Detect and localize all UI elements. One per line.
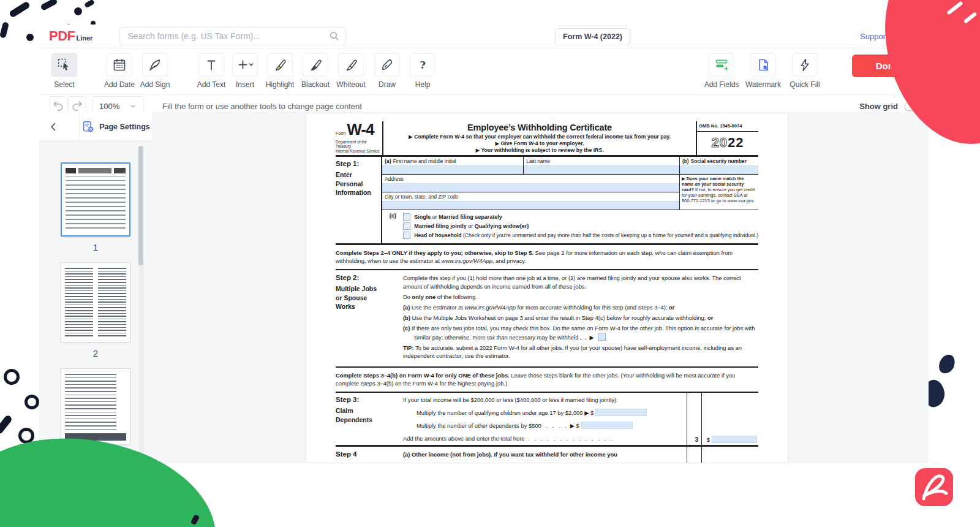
logo-pdf-text: PDF [49, 29, 75, 43]
form-code: W-4 [347, 120, 374, 138]
address-cell: Address [382, 175, 679, 192]
chevron-down-icon [129, 102, 137, 110]
year-outline: 20 [712, 135, 728, 150]
thumb-content [65, 268, 93, 337]
dept-line: Internal Revenue Service [336, 149, 382, 154]
draw-pen-icon [374, 53, 400, 77]
last-name-cell: Last name [524, 157, 680, 174]
two-jobs-checkbox[interactable] [598, 333, 606, 341]
page-settings-button[interactable]: Page Settings [80, 112, 152, 141]
fields-icon [709, 53, 734, 77]
editor-content: Page Settings 1 [39, 112, 929, 463]
last-name-field[interactable] [524, 165, 679, 174]
pages-sidebar: Page Settings 1 [39, 112, 152, 463]
single-checkbox[interactable] [403, 213, 410, 221]
search-icon[interactable] [328, 30, 341, 42]
steps-3-4b-note: Complete Steps 3–4(b) on Form W-4 for on… [336, 368, 758, 393]
support-link[interactable]: Support [860, 32, 888, 41]
tool-watermark[interactable]: Watermark [751, 53, 775, 89]
tool-help[interactable]: ? Help [410, 53, 435, 94]
ssn-field[interactable] [680, 165, 758, 174]
other-dependents-amount-field[interactable] [581, 422, 633, 429]
step2-subtitle: or Spouse [336, 294, 403, 303]
sidebar-scrollbar[interactable] [138, 146, 143, 455]
whiteout-brush-icon [338, 53, 364, 77]
lightning-icon [792, 53, 818, 77]
step3-intro: If your total income will be $200,000 or… [403, 396, 682, 404]
text-icon [198, 53, 224, 77]
tool-select[interactable]: Select [52, 53, 77, 94]
highlight-brush-icon [267, 53, 293, 77]
tool-blackout[interactable]: Blackout [303, 53, 328, 94]
step3-box-divider [687, 393, 687, 445]
step4-box-divider [701, 447, 702, 463]
filing-status-row: (c) Single or Married filing separately … [382, 210, 758, 243]
tool-whiteout[interactable]: Whiteout [339, 53, 363, 94]
page-thumbnail-1[interactable] [61, 162, 130, 237]
page-thumbnails: 1 2 [39, 141, 152, 463]
form-word: Form [336, 131, 345, 135]
w4-form: FormW-4 Department of the Treasury Inter… [336, 121, 758, 463]
step2-option-c: (c) If there are only two jobs total, yo… [403, 324, 758, 341]
step2-section: Step 2: Multiple Jobs or Spouse Works Co… [336, 270, 758, 368]
step3-subtitle: Dependents [336, 415, 403, 425]
tool-label: Help [415, 80, 431, 89]
doodle-dot [74, 7, 82, 15]
ssn-cell: (b)Social security number [680, 157, 758, 174]
step3-box-divider [701, 393, 702, 445]
page-thumbnail-2[interactable] [61, 262, 130, 343]
tool-quick-fill[interactable]: Quick Fill [793, 53, 817, 89]
form-name-badge[interactable]: Form W-4 (2022) [555, 28, 630, 45]
thumb-content [66, 168, 126, 173]
pdfliner-logo[interactable]: PDF Liner [49, 29, 92, 43]
step2-option-b: (b) Use the Multiple Jobs Worksheet on p… [403, 314, 758, 322]
tool-add-date[interactable]: Add Date [107, 53, 132, 94]
step1-subtitle: Personal [336, 180, 381, 189]
tool-insert[interactable]: Insert [233, 53, 257, 94]
select-icon [51, 53, 77, 77]
page-thumbnail-3[interactable] [61, 368, 130, 445]
tool-label: Add Sign [140, 80, 170, 89]
first-name-label: (a)First name and middle initial [382, 157, 523, 165]
doodle-dash [40, 0, 58, 11]
address-field[interactable] [382, 183, 679, 192]
thumb-content [65, 374, 116, 431]
qualifying-children-amount-field[interactable] [595, 409, 647, 416]
tool-label: Draw [379, 80, 396, 89]
scrollbar-thumb[interactable] [138, 146, 143, 265]
step2-body: Complete this step if you (1) hold more … [403, 274, 758, 362]
filing-status-options: Single or Married filing separately Marr… [403, 212, 758, 241]
filing-status-option: Head of household (Check only if you’re … [403, 232, 758, 239]
tool-add-sign[interactable]: Add Sign [143, 53, 167, 94]
head-of-household-checkbox[interactable] [403, 232, 410, 239]
step3-subtitle: Claim [336, 406, 403, 415]
thumb-content [66, 176, 126, 230]
tool-add-text[interactable]: Add Text [199, 53, 224, 94]
w4-form-number: FormW-4 Department of the Treasury Inter… [336, 121, 382, 155]
tool-add-fields[interactable]: Add Fields [709, 53, 734, 89]
form-instruction: ▶ Your withholding is subject to review … [387, 147, 692, 154]
form-instruction: ▶ Give Form W-4 to your employer. [387, 140, 692, 147]
address-column: Address City or town, state, and ZIP cod… [382, 175, 680, 210]
tool-draw[interactable]: Draw [375, 53, 399, 94]
married-jointly-checkbox[interactable] [403, 222, 410, 230]
tool-highlight[interactable]: Highlight [268, 53, 292, 94]
doodle-bar [0, 21, 9, 39]
total-dependents-amount-field[interactable] [712, 436, 757, 443]
c-tag: (c) [382, 212, 403, 241]
option-label: Single or Married filing separately [414, 214, 502, 220]
last-name-label: Last name [524, 157, 679, 165]
search-input[interactable] [119, 27, 346, 45]
first-name-field[interactable] [382, 165, 523, 174]
zoom-value: 100% [99, 102, 119, 111]
doodle-dot [26, 34, 34, 41]
collapse-sidebar-button[interactable] [39, 112, 80, 141]
omb-number: OMB No. 1545-0074 [697, 121, 758, 132]
address-rows: Address City or town, state, and ZIP cod… [382, 175, 758, 210]
tool-label: Quick Fill [790, 80, 820, 89]
tool-label: Add Date [104, 80, 135, 89]
step3-dependents-line: Multiply the number of other dependents … [403, 422, 682, 430]
step3-section: Step 3: Claim Dependents If your total i… [336, 393, 758, 447]
city-field[interactable] [382, 201, 679, 210]
form-title: Employee’s Withholding Certificate [387, 123, 692, 132]
